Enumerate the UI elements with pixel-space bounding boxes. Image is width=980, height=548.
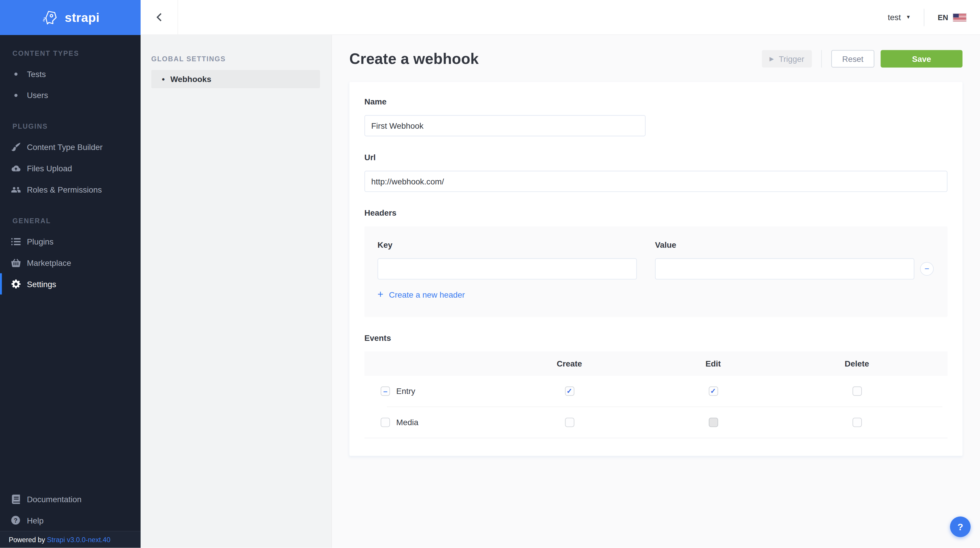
url-input[interactable] xyxy=(364,171,947,192)
minus-icon: − xyxy=(924,264,929,272)
sidebar-item-label: Tests xyxy=(27,69,46,78)
trigger-button-label: Trigger xyxy=(779,54,804,63)
name-field-group: Name xyxy=(364,97,947,136)
save-button[interactable]: Save xyxy=(881,50,963,67)
locale-code: EN xyxy=(938,13,948,22)
gear-icon xyxy=(11,279,21,289)
entry-delete-checkbox[interactable] xyxy=(852,386,862,396)
sidebar-item-settings[interactable]: Settings xyxy=(0,273,141,295)
sidebar-item-roles-permissions[interactable]: Roles & Permissions xyxy=(0,179,141,200)
sidebar-item-files-upload[interactable]: Files Upload xyxy=(0,158,141,179)
sidebar-item-help[interactable]: ?Help xyxy=(0,510,141,531)
topbar-divider xyxy=(924,8,924,26)
powered-by: Powered by Strapi v3.0.0-next.40 xyxy=(0,531,141,548)
bullet-icon: • xyxy=(162,75,165,84)
events-cell xyxy=(498,417,641,427)
sidebar-item-documentation[interactable]: Documentation xyxy=(0,489,141,510)
events-row-media: Media xyxy=(364,407,947,438)
sidebar-item-label: Content Type Builder xyxy=(27,142,103,151)
url-field-group: Url xyxy=(364,153,947,192)
headers-label: Headers xyxy=(364,208,947,218)
locale-switcher[interactable]: EN xyxy=(938,13,966,22)
add-header-label: Create a new header xyxy=(389,290,465,299)
header-key-label: Key xyxy=(377,240,655,250)
header-actions: ▶ Trigger Reset Save xyxy=(762,50,963,67)
sidebar-nav: CONTENT TYPESTestsUsersPLUGINSContent Ty… xyxy=(0,35,141,295)
settings-subnav: GLOBAL SETTINGS • Webhooks xyxy=(141,35,332,548)
plus-icon: + xyxy=(377,290,383,299)
add-header-button[interactable]: + Create a new header xyxy=(377,290,465,299)
page-title: Create a webhook xyxy=(349,50,479,67)
sidebar-item-users[interactable]: Users xyxy=(0,84,141,106)
us-flag-icon xyxy=(953,13,966,21)
subnav-item-webhooks[interactable]: • Webhooks xyxy=(151,70,320,88)
strapi-version-link[interactable]: Strapi v3.0.0-next.40 xyxy=(47,536,111,543)
events-table: CreateEditDelete–Entry✓✓Media xyxy=(364,351,947,438)
sidebar-item-label: Files Upload xyxy=(27,163,72,173)
header-key-input[interactable] xyxy=(377,258,637,280)
chevron-left-icon xyxy=(156,13,162,22)
media-edit-checkbox xyxy=(708,417,718,427)
dot-icon xyxy=(11,90,21,100)
events-row-name: –Entry xyxy=(364,386,497,396)
user-name: test xyxy=(888,13,901,22)
events-row-label: Media xyxy=(396,417,418,427)
reset-button[interactable]: Reset xyxy=(831,50,874,67)
sidebar-item-content-type-builder[interactable]: Content Type Builder xyxy=(0,136,141,158)
sidebar-item-label: Settings xyxy=(27,279,56,288)
trigger-button[interactable]: ▶ Trigger xyxy=(762,50,812,67)
events-cell xyxy=(641,417,785,427)
events-cell xyxy=(785,417,929,427)
header-value-input[interactable] xyxy=(655,258,915,280)
actions-divider xyxy=(821,50,822,67)
play-icon: ▶ xyxy=(769,56,774,62)
events-cell: ✓ xyxy=(498,386,641,396)
sidebar-item-label: Marketplace xyxy=(27,258,71,267)
sidebar-item-plugins[interactable]: Plugins xyxy=(0,231,141,252)
sidebar-section-general: GENERALPluginsMarketplaceSettings xyxy=(0,217,141,295)
powered-by-prefix: Powered by xyxy=(9,536,47,543)
entry-edit-checkbox[interactable]: ✓ xyxy=(708,386,718,396)
users-icon xyxy=(11,185,21,194)
entry-row-checkbox[interactable]: – xyxy=(381,386,390,396)
headers-panel: Key Value − + Create a new header xyxy=(364,226,947,317)
user-menu[interactable]: test ▼ xyxy=(888,13,911,22)
events-row-label: Entry xyxy=(396,386,415,396)
subnav-item-label: Webhooks xyxy=(170,75,211,84)
dot-icon xyxy=(11,69,21,79)
logo-text: strapi xyxy=(65,10,99,24)
strapi-logo[interactable]: strapi xyxy=(0,0,141,35)
events-label: Events xyxy=(364,333,947,342)
name-input[interactable] xyxy=(364,115,646,136)
url-label: Url xyxy=(364,153,947,162)
main-sidebar: strapi CONTENT TYPESTestsUsersPLUGINSCon… xyxy=(0,0,141,548)
back-button[interactable] xyxy=(141,0,178,34)
sidebar-section-plugins: PLUGINSContent Type BuilderFiles UploadR… xyxy=(0,123,141,200)
sidebar-item-marketplace[interactable]: Marketplace xyxy=(0,252,141,273)
webhook-form-card: Name Url Headers Key Value xyxy=(349,82,963,456)
media-row-checkbox[interactable] xyxy=(381,417,390,427)
events-section: Events CreateEditDelete–Entry✓✓Media xyxy=(364,333,947,438)
sidebar-item-tests[interactable]: Tests xyxy=(0,63,141,84)
events-column-edit: Edit xyxy=(641,359,785,368)
sidebar-section-label: GENERAL xyxy=(0,217,141,226)
events-cell xyxy=(785,386,929,396)
sidebar-item-label: Users xyxy=(27,91,48,100)
media-delete-checkbox[interactable] xyxy=(852,417,862,427)
sidebar-section-label: PLUGINS xyxy=(0,123,141,132)
sidebar-item-label: Help xyxy=(27,516,43,525)
remove-header-button[interactable]: − xyxy=(920,262,934,276)
header-value-label: Value xyxy=(655,240,676,250)
sidebar-section-content-types: CONTENT TYPESTestsUsers xyxy=(0,49,141,106)
paintbrush-icon xyxy=(11,142,21,152)
events-cell: ✓ xyxy=(641,386,785,396)
subnav-header: GLOBAL SETTINGS xyxy=(141,35,331,62)
sidebar-item-label: Documentation xyxy=(27,494,81,503)
media-create-checkbox[interactable] xyxy=(565,417,574,427)
entry-create-checkbox[interactable]: ✓ xyxy=(565,386,574,396)
sidebar-footer-nav: Documentation?Help xyxy=(0,489,141,531)
sidebar-item-label: Roles & Permissions xyxy=(27,185,102,194)
name-label: Name xyxy=(364,97,947,106)
headers-section: Headers Key Value − + Create a new he xyxy=(364,208,947,317)
help-fab-button[interactable]: ? xyxy=(950,516,970,537)
